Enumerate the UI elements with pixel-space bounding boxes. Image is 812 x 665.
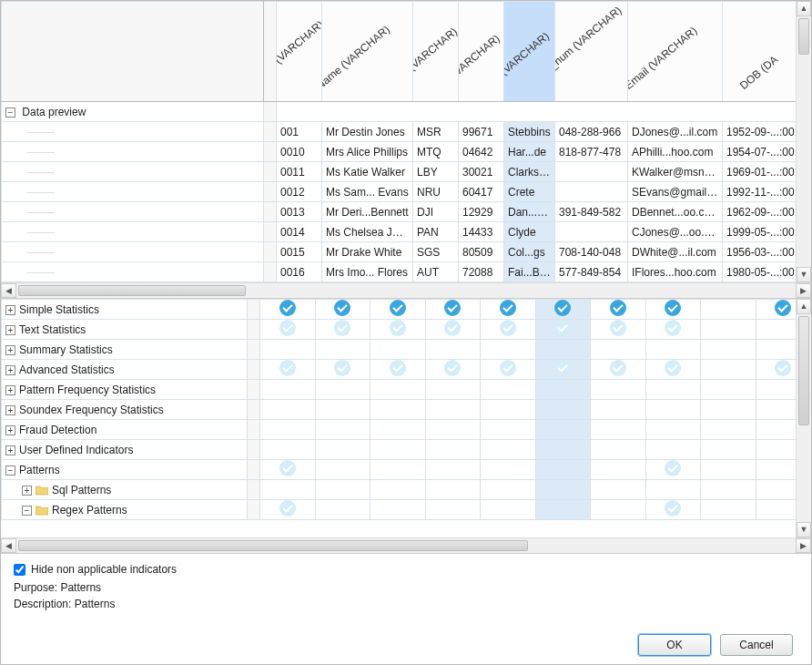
indicator-row[interactable]: +User Defined Indicators [2, 440, 811, 460]
check-icon[interactable] [334, 360, 350, 376]
indicator-cell[interactable] [425, 360, 481, 380]
indicator-cell[interactable] [315, 320, 370, 340]
cell-phone[interactable] [555, 162, 628, 182]
indicator-cell[interactable] [481, 340, 536, 360]
indicator-cell[interactable] [591, 500, 646, 520]
indicator-cell[interactable] [535, 460, 591, 480]
cell-phone[interactable]: 577-849-854 [555, 262, 628, 282]
check-icon[interactable] [500, 320, 516, 336]
scroll-thumb[interactable] [18, 285, 246, 296]
indicator-cell[interactable] [591, 340, 646, 360]
scroll-right-icon[interactable]: ▶ [796, 283, 811, 298]
column-header[interactable]: Name (VARCHAR) [322, 2, 413, 102]
indicator-cell[interactable] [535, 480, 591, 500]
cell-email[interactable]: SEvans@gmail.com [628, 182, 723, 202]
indicator-cell[interactable] [701, 400, 756, 420]
cell-code[interactable]: 0010 [277, 142, 322, 162]
indicator-cell[interactable] [425, 340, 481, 360]
expand-icon[interactable]: + [5, 365, 15, 375]
check-icon[interactable] [554, 360, 571, 376]
cell-city[interactable]: Clyde [504, 222, 555, 242]
collapse-icon[interactable]: − [22, 506, 32, 516]
indicator-cell[interactable] [535, 380, 591, 400]
indicator-row[interactable]: −Regex Patterns [2, 500, 811, 520]
check-icon[interactable] [444, 300, 461, 316]
check-icon[interactable] [554, 300, 571, 316]
scroll-thumb[interactable] [18, 540, 528, 551]
indicator-cell[interactable] [260, 340, 316, 360]
indicator-cell[interactable] [481, 480, 536, 500]
indicator-cell[interactable] [481, 500, 536, 520]
indicator-cell[interactable] [425, 500, 481, 520]
data-preview-root[interactable]: − Data preview [2, 102, 264, 122]
cell-zip[interactable]: 14433 [459, 222, 504, 242]
expand-icon[interactable]: + [22, 486, 32, 496]
indicator-label-cell[interactable]: +Sql Patterns [2, 480, 248, 500]
indicator-cell[interactable] [645, 340, 701, 360]
indicator-cell[interactable] [591, 320, 646, 340]
indicator-cell[interactable] [591, 460, 646, 480]
cell-code[interactable]: 0016 [277, 262, 322, 282]
cell-phone[interactable] [555, 222, 628, 242]
indicator-row[interactable]: +Soundex Frequency Statistics [2, 400, 811, 420]
indicator-cell[interactable] [370, 300, 426, 320]
ok-button[interactable]: OK [638, 634, 711, 656]
indicator-cell[interactable] [315, 360, 370, 380]
expand-icon[interactable]: + [5, 425, 15, 435]
indicator-cell[interactable] [535, 500, 591, 520]
indicator-cell[interactable] [425, 480, 481, 500]
indicator-cell[interactable] [260, 300, 316, 320]
cell-code[interactable]: 0011 [277, 162, 322, 182]
table-row[interactable]: 0010Mrs Alice PhillipsMTQ04642Har...de81… [2, 142, 812, 162]
cell-cntry[interactable]: AUT [413, 262, 459, 282]
vertical-scrollbar-top[interactable]: ▲ ▼ [796, 1, 811, 282]
indicator-cell[interactable] [701, 480, 756, 500]
cell-zip[interactable]: 72088 [459, 262, 504, 282]
indicator-cell[interactable] [535, 420, 591, 440]
indicator-cell[interactable] [701, 320, 756, 340]
indicator-cell[interactable] [481, 300, 536, 320]
indicator-cell[interactable] [645, 500, 701, 520]
indicator-cell[interactable] [370, 440, 426, 460]
indicator-cell[interactable] [481, 440, 536, 460]
indicator-cell[interactable] [315, 380, 370, 400]
cell-code[interactable]: 0012 [277, 182, 322, 202]
indicator-cell[interactable] [315, 480, 370, 500]
scroll-thumb[interactable] [798, 18, 809, 55]
indicator-row[interactable]: +Advanced Statistics [2, 360, 811, 380]
cell-name[interactable]: Ms Chelsea Jones [322, 222, 413, 242]
check-icon[interactable] [775, 300, 791, 316]
cell-city[interactable]: Col...gs [504, 242, 555, 262]
indicator-cell[interactable] [481, 460, 536, 480]
scroll-up-icon[interactable]: ▲ [797, 299, 811, 314]
column-header[interactable]: Email (VARCHAR) [628, 2, 723, 102]
check-icon[interactable] [554, 320, 571, 336]
indicator-row[interactable]: +Pattern Frequency Statistics [2, 380, 811, 400]
indicator-cell[interactable] [370, 500, 426, 520]
indicator-cell[interactable] [701, 500, 756, 520]
scroll-down-icon[interactable]: ▼ [797, 522, 811, 537]
cell-city[interactable]: Fai...Bay [504, 262, 555, 282]
indicator-cell[interactable] [481, 360, 536, 380]
indicator-label-cell[interactable]: −Patterns [2, 460, 248, 480]
scroll-right-icon[interactable]: ▶ [796, 538, 811, 553]
indicator-cell[interactable] [260, 420, 316, 440]
indicator-cell[interactable] [701, 420, 756, 440]
indicator-cell[interactable] [260, 360, 316, 380]
indicator-label-cell[interactable]: −Regex Patterns [2, 500, 248, 520]
cell-phone[interactable]: 391-849-582 [555, 202, 628, 222]
cell-city[interactable]: Clarkston [504, 162, 555, 182]
indicator-cell[interactable] [591, 360, 646, 380]
indicator-cell[interactable] [260, 480, 316, 500]
indicator-cell[interactable] [425, 300, 481, 320]
cancel-button[interactable]: Cancel [720, 634, 793, 656]
indicator-label-cell[interactable]: +Fraud Detection [2, 420, 248, 440]
cell-cntry[interactable]: MTQ [413, 142, 459, 162]
collapse-icon[interactable]: − [5, 466, 15, 476]
cell-email[interactable]: DJones@...il.com [628, 122, 723, 142]
cell-phone[interactable]: 708-140-048 [555, 242, 628, 262]
indicator-cell[interactable] [260, 460, 316, 480]
expand-icon[interactable]: + [5, 325, 15, 335]
cell-name[interactable]: Ms Katie Walker [322, 162, 413, 182]
indicator-cell[interactable] [645, 320, 701, 340]
